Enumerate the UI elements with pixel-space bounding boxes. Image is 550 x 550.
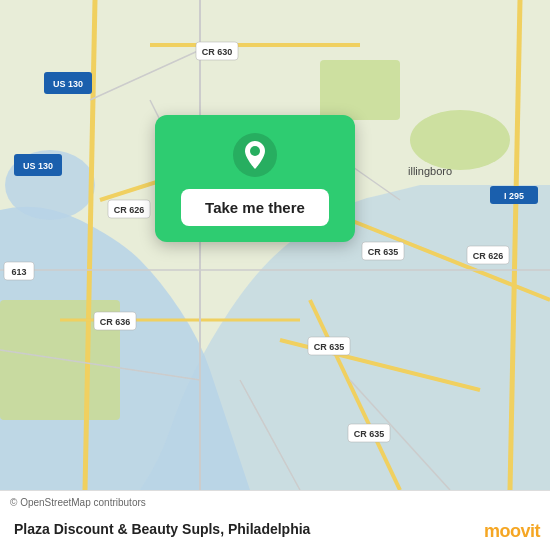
place-name: Plaza Discount & Beauty Supls, Philadelp…	[14, 521, 310, 537]
svg-text:613: 613	[11, 267, 26, 277]
moovit-logo: moovit	[484, 521, 540, 542]
svg-point-46	[250, 146, 260, 156]
svg-text:CR 626: CR 626	[473, 251, 504, 261]
svg-text:illingboro: illingboro	[408, 165, 452, 177]
svg-rect-3	[320, 60, 400, 120]
svg-text:US 130: US 130	[23, 161, 53, 171]
take-me-there-button[interactable]: Take me there	[181, 189, 329, 226]
svg-text:I 295: I 295	[504, 191, 524, 201]
svg-text:CR 636: CR 636	[100, 317, 131, 327]
svg-text:US 130: US 130	[53, 79, 83, 89]
bottom-bar: © OpenStreetMap contributors Plaza Disco…	[0, 490, 550, 550]
map-view: US 130 US 130 CR 630 CR 626 CR 635 CR 63…	[0, 0, 550, 490]
svg-point-4	[410, 110, 510, 170]
svg-text:CR 635: CR 635	[354, 429, 385, 439]
svg-text:CR 635: CR 635	[368, 247, 399, 257]
location-popup: Take me there	[155, 115, 355, 242]
map-attribution: © OpenStreetMap contributors	[10, 497, 146, 508]
pin-icon	[233, 133, 277, 177]
svg-text:CR 630: CR 630	[202, 47, 233, 57]
svg-text:CR 626: CR 626	[114, 205, 145, 215]
moovit-text: moovit	[484, 521, 540, 542]
svg-text:CR 635: CR 635	[314, 342, 345, 352]
